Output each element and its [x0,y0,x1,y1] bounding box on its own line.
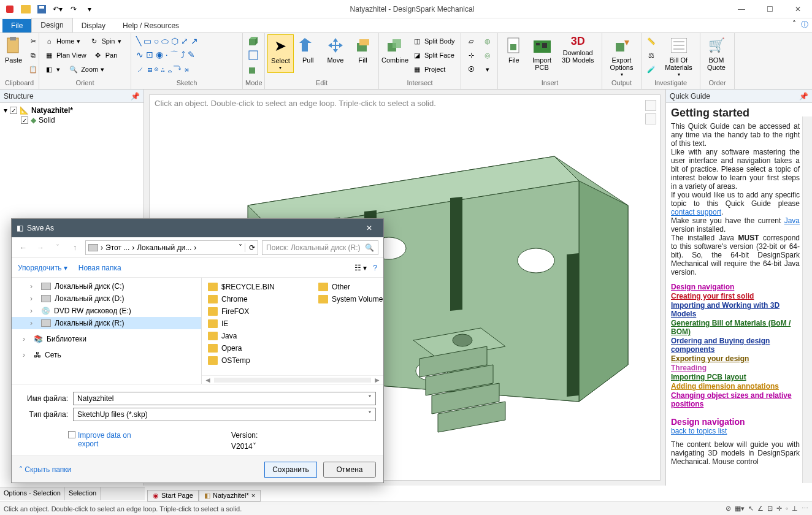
help-icon[interactable]: ⓘ [801,20,808,30]
close-tab-icon[interactable]: × [251,492,255,499]
status-grid-icon[interactable]: ▦▾ [735,505,745,513]
link-export[interactable]: Exporting your design [671,354,800,363]
search-input[interactable]: Поиск: Локальный диск (R:) 🔍 [262,240,378,255]
mass-button[interactable]: ⚖ [644,48,659,62]
side-libraries[interactable]: ›📚Библиотеки [12,333,201,345]
mode-face-button[interactable] [245,63,261,76]
link-dim[interactable]: Adding dimension annotations [671,382,800,391]
link-pcb[interactable]: Importing PCB layout [671,373,800,381]
insert-point-button[interactable]: ⦿ ▾ [464,63,495,76]
pull-button[interactable]: Pull [295,34,321,65]
undo-icon[interactable]: ↶▾ [50,2,65,17]
insert-plane-button[interactable]: ▱ ◍ [464,34,495,48]
file-item[interactable]: OSTemp [205,355,304,366]
close-button[interactable]: ✕ [784,0,812,18]
nav-fwd-icon[interactable]: → [34,241,47,254]
insert-axis-button[interactable]: ⊹ ◎ [464,48,495,62]
open-icon[interactable] [18,2,33,17]
back-to-topics-link[interactable]: back to topics list [671,427,727,435]
status-angle-icon[interactable]: ∠ [757,505,764,513]
pin-icon[interactable]: 📌 [131,92,140,101]
structure-tree[interactable]: ▾✓ 📐 Natyazhitel* ✓ ◆ Solid [0,103,144,128]
maximize-button[interactable]: ☐ [756,0,784,18]
home-button[interactable]: ⌂Home▾ ↻Spin▾ [42,34,128,48]
planview-button[interactable]: ▦Plan View ✥Pan [42,48,128,62]
export-button[interactable]: Export Options▾ [605,34,638,79]
search-icon[interactable]: 🔍 [365,243,374,252]
status-pt-icon[interactable]: ◦ [786,505,788,513]
paste-button[interactable]: Paste [2,34,25,65]
status-stop-icon[interactable]: ⊘ [726,505,731,513]
file-item[interactable]: Opera [205,343,304,354]
tab-help[interactable]: Help / Resources [114,19,188,32]
cut-button[interactable]: ✂ [26,34,40,48]
file-item[interactable]: Other [316,281,383,292]
nav-recent-icon[interactable]: ˅ [51,241,64,254]
view-icon[interactable]: ☷ ▾ [354,264,367,272]
crumb-dropdown-icon[interactable]: ˅ [239,243,242,252]
hide-folders-link[interactable]: ˄ Скрыть папки [19,465,71,474]
download-3d-button[interactable]: 3DDownload 3D Models [556,34,599,65]
file-item[interactable]: $RECYCLE.BIN [205,281,304,292]
status-more-icon[interactable]: ⋯ [802,505,808,513]
link-design-nav[interactable]: Design navigation [671,283,800,291]
vt-2[interactable] [645,113,656,124]
breadcrumb[interactable]: › Этот ...› Локальный ди...› ˅ ⟳ [85,240,258,255]
fill-button[interactable]: Fill [350,34,376,65]
doc-tab-doc[interactable]: ◧Natyazhitel*× [199,490,261,502]
side-drive-c[interactable]: ›Локальный диск (C:) [12,280,201,292]
link-bom[interactable]: Generating Bill of Materials (BoM / BOM) [671,319,800,336]
link-first-solid[interactable]: Creating your first solid [671,292,800,300]
ribbon-collapse-icon[interactable]: ˄ [792,20,796,30]
split-face-button[interactable]: ◪Split Face [410,48,458,62]
bom-quote-button[interactable]: 🛒BOM Quote [703,34,730,72]
tree-solid[interactable]: ✓ ◆ Solid [21,115,140,125]
link-sizes[interactable]: Changing object sizes and relative posit… [671,391,800,408]
improve-checkbox[interactable]: Improve data on export [68,431,145,448]
split-body-button[interactable]: ◫Split Body [410,34,458,48]
filename-input[interactable]: Natyazhitel˅ [73,392,376,405]
status-cursor-icon[interactable]: ↖ [748,505,754,513]
save-button[interactable]: Сохранить [264,462,317,478]
paste-small-button[interactable]: 📋 [26,63,40,76]
file-button[interactable]: File [500,34,527,65]
sketch-row1[interactable]: ╲ ▭ ○ ⬭ ⬡ ⤢ ↗ [134,34,240,48]
version-select[interactable]: V2014˅ [231,442,311,451]
organize-button[interactable]: Упорядочить ▾ [18,264,67,272]
status-snap-icon[interactable]: ⊡ [767,505,773,513]
file-item[interactable]: Java [205,330,304,341]
tab-display[interactable]: Display [73,19,114,32]
mode-3d-button[interactable] [245,34,261,48]
combine-button[interactable]: Combine [381,34,408,65]
status-ortho-icon[interactable]: ⊥ [792,505,798,513]
dialog-files[interactable]: $RECYCLE.BIN Chrome FireFOX IE Java Oper… [202,278,383,375]
check-button[interactable]: 🧪 [644,63,659,76]
dialog-sidebar[interactable]: ›Локальный диск (C:) ›Локальный диск (D:… [12,278,202,384]
link-order[interactable]: Ordering and Buying design components [671,337,800,354]
zoom-button[interactable]: ◧▾ 🔍Zoom▾ [42,63,128,76]
select-button[interactable]: ➤Select▾ [267,34,294,73]
refresh-icon[interactable]: ⟳ [245,243,255,252]
sketch-row3[interactable]: ⟋ ⊞ ◎ ∴ ⌓ ⤵ ⚹ [134,63,240,76]
pin-icon[interactable]: 📌 [799,92,808,101]
tree-root[interactable]: ▾✓ 📐 Natyazhitel* [4,105,140,115]
mode-2d-button[interactable] [245,48,261,62]
file-item[interactable]: FireFOX [205,306,304,317]
file-item[interactable]: System Volume [316,294,383,305]
move-button[interactable]: Move [323,34,349,65]
side-network[interactable]: ›🖧Сеть [12,349,201,361]
side-drive-e[interactable]: ›💿DVD RW дисковод (E:) [12,305,201,317]
java-link[interactable]: Java [784,216,800,225]
link-import-3d[interactable]: Importing and Working with 3D Models [671,301,800,318]
file-item[interactable]: IE [205,318,304,329]
project-button[interactable]: ▦Project [410,63,458,76]
dialog-close-button[interactable]: ✕ [360,221,378,235]
filetype-select[interactable]: SketchUp files (*.skp)˅ [73,408,376,421]
sketch-row2[interactable]: ∿ ⊡ ◉ · ⌒ ⤴ ✎ [134,48,240,62]
bom-button[interactable]: Bill Of Materials▾ [660,34,697,79]
side-drive-d[interactable]: ›Локальный диск (D:) [12,292,201,305]
app-icon[interactable] [2,2,17,17]
newfolder-button[interactable]: Новая папка [79,264,121,272]
nav-up-icon[interactable]: ↑ [68,241,82,254]
tab-file[interactable]: File [2,19,31,32]
